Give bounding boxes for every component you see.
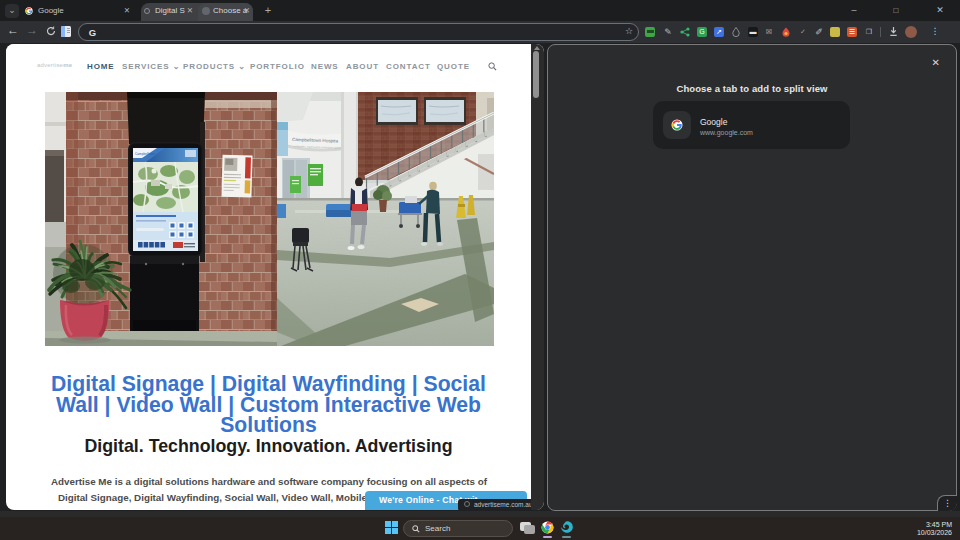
svg-text:Campbelltown: Campbelltown xyxy=(135,152,155,156)
